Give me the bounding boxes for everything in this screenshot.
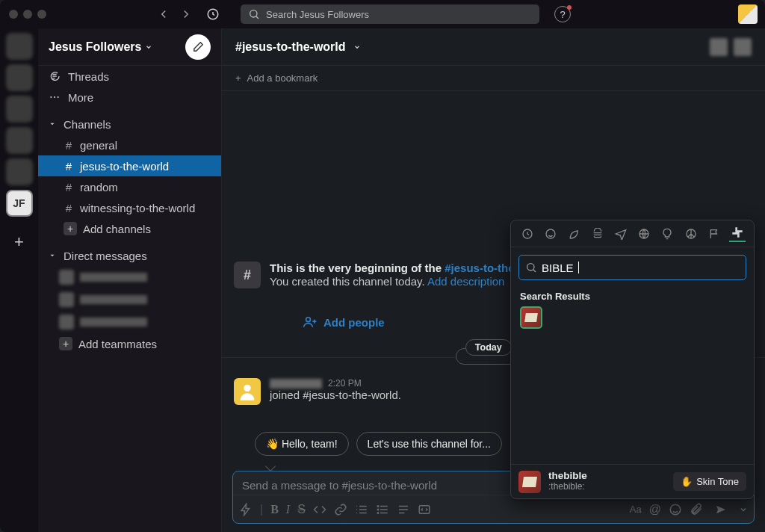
channel-witnessing[interactable]: #witnessing-to-the-world xyxy=(38,197,221,218)
emoji-tab-smileys[interactable] xyxy=(542,226,559,242)
italic-button[interactable]: I xyxy=(286,503,290,516)
workspace-name[interactable]: Jesus Followers xyxy=(49,40,142,54)
add-workspace-button[interactable]: + xyxy=(6,229,33,256)
member-avatar[interactable] xyxy=(710,38,728,56)
channels-section[interactable]: Channels xyxy=(38,114,221,134)
workspace-switch-3[interactable] xyxy=(6,96,33,123)
emoji-search-input[interactable]: BIBLE xyxy=(518,255,746,280)
forward-icon[interactable] xyxy=(179,7,193,21)
emoji-tab-activities[interactable] xyxy=(636,226,652,242)
bible-emoji-icon xyxy=(524,313,538,322)
link-icon[interactable] xyxy=(334,503,347,516)
send-button[interactable] xyxy=(710,501,731,519)
compose-button[interactable] xyxy=(185,34,211,60)
quote-icon[interactable] xyxy=(397,503,410,516)
user-avatar[interactable] xyxy=(738,4,758,24)
bookmark-bar[interactable]: + Add a bookmark xyxy=(222,66,765,91)
user-avatar[interactable] xyxy=(234,378,261,405)
svg-point-6 xyxy=(244,385,250,392)
add-teammates[interactable]: +Add teammates xyxy=(38,333,221,354)
emoji-tab-nature[interactable] xyxy=(566,226,582,242)
emoji-button[interactable] xyxy=(669,503,682,516)
ordered-list-icon[interactable] xyxy=(355,503,368,516)
svg-point-7 xyxy=(377,505,379,507)
svg-point-16 xyxy=(527,264,534,270)
channel-label: random xyxy=(80,181,118,194)
add-channels[interactable]: +Add channels xyxy=(38,218,221,239)
dm-avatar xyxy=(59,315,74,330)
dm-item[interactable] xyxy=(38,266,221,288)
emoji-tab-travel[interactable] xyxy=(613,226,629,242)
suggestion-purpose[interactable]: Let's use this channel for... xyxy=(356,432,502,456)
emoji-tab-flags[interactable] xyxy=(706,226,722,242)
channel-jesus-to-the-world[interactable]: #jesus-to-the-world xyxy=(38,155,221,176)
emoji-tab-objects[interactable] xyxy=(659,226,675,242)
emoji-tab-symbols[interactable] xyxy=(683,226,699,242)
more-link[interactable]: More xyxy=(38,87,221,108)
history-icon[interactable] xyxy=(206,7,220,21)
workspace-switch-active[interactable]: JF xyxy=(6,190,33,217)
sidebar: Jesus Followers Threads More Channels #g… xyxy=(38,28,222,532)
username[interactable] xyxy=(270,379,322,389)
caret-down-icon xyxy=(49,120,56,128)
minimize-dot[interactable] xyxy=(23,10,32,19)
back-icon[interactable] xyxy=(157,7,170,21)
zoom-dot[interactable] xyxy=(37,10,46,19)
add-teammates-label: Add teammates xyxy=(78,338,157,350)
bold-button[interactable]: B xyxy=(270,503,279,516)
chevron-down-icon[interactable] xyxy=(353,43,361,51)
message-text: joined #jesus-to-the-world. xyxy=(270,389,401,401)
dm-section[interactable]: Direct messages xyxy=(38,245,221,266)
codeblock-icon[interactable] xyxy=(418,503,431,516)
plus-icon: + xyxy=(59,337,72,350)
code-icon[interactable] xyxy=(313,503,326,516)
dm-avatar xyxy=(59,270,74,285)
smiley-icon xyxy=(545,228,557,240)
help-button[interactable]: ? xyxy=(554,6,571,22)
window-controls[interactable] xyxy=(9,10,46,19)
more-label: More xyxy=(68,91,93,104)
emoji-category-tabs xyxy=(511,220,754,247)
emoji-tab-custom[interactable] xyxy=(729,226,746,242)
mention-button[interactable]: @ xyxy=(649,503,661,516)
global-search[interactable]: Search Jesus Followers xyxy=(241,4,539,24)
strike-button[interactable]: S xyxy=(297,503,306,516)
svg-point-8 xyxy=(377,509,379,510)
skin-tone-button[interactable]: ✋ Skin Tone xyxy=(673,472,746,491)
chevron-down-icon[interactable] xyxy=(739,505,748,514)
format-button[interactable]: Aa xyxy=(630,504,642,515)
svg-point-2 xyxy=(50,96,52,98)
more-icon xyxy=(49,91,61,103)
emoji-result-thebible[interactable] xyxy=(520,306,542,329)
dm-item[interactable] xyxy=(38,288,221,311)
workspace-switch-5[interactable] xyxy=(6,158,33,185)
add-bookmark-label: Add a bookmark xyxy=(247,72,318,84)
timestamp: 2:20 PM xyxy=(328,378,362,389)
workspace-switch-1[interactable] xyxy=(6,33,33,60)
channel-random[interactable]: #random xyxy=(38,176,221,197)
add-description-link[interactable]: Add description xyxy=(427,275,504,288)
attach-button[interactable] xyxy=(690,503,703,516)
channel-avatar: # xyxy=(234,262,261,288)
add-channels-label: Add channels xyxy=(83,223,151,235)
emoji-preview xyxy=(518,471,541,493)
close-dot[interactable] xyxy=(9,10,18,19)
caret-down-icon xyxy=(49,252,56,259)
bullet-list-icon[interactable] xyxy=(376,503,389,516)
workspace-switch-2[interactable] xyxy=(6,64,33,91)
dm-name xyxy=(80,318,147,327)
lightning-icon[interactable] xyxy=(239,503,253,516)
svg-point-9 xyxy=(377,512,379,513)
dm-item[interactable] xyxy=(38,311,221,333)
emoji-tab-recent[interactable] xyxy=(519,226,536,242)
add-people-icon xyxy=(303,315,318,330)
workspace-switch-4[interactable] xyxy=(6,127,33,154)
svg-point-11 xyxy=(670,504,681,515)
emoji-tab-food[interactable] xyxy=(589,226,606,242)
threads-link[interactable]: Threads xyxy=(38,66,221,87)
channel-general[interactable]: #general xyxy=(38,134,221,155)
channel-title[interactable]: #jesus-to-the-world xyxy=(235,40,346,54)
add-people-button[interactable]: Add people xyxy=(303,315,533,330)
suggestion-hello[interactable]: 👋 Hello, team! xyxy=(255,432,349,456)
member-avatar[interactable] xyxy=(734,38,752,56)
